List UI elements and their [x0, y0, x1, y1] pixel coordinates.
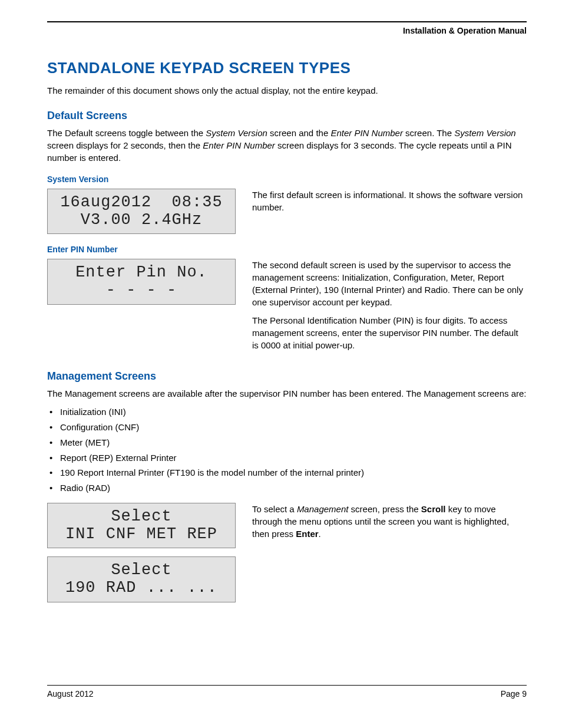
management-select-desc: To select a Management screen, press the…: [252, 503, 527, 540]
default-screens-heading: Default Screens: [47, 110, 527, 122]
management-screens-heading: Management Screens: [47, 370, 527, 383]
lcd-enter-pin: Enter Pin No. - - - -: [47, 259, 236, 304]
intro-paragraph: The remainder of this document shows onl…: [47, 84, 527, 97]
lcd-select-2: Select 190 RAD ... ...: [47, 556, 236, 602]
system-version-heading: System Version: [47, 174, 527, 184]
lcd-line: 190 RAD ... ...: [65, 579, 217, 597]
enter-pin-desc-2: The Personal Identification Number (PIN)…: [252, 314, 527, 351]
enter-pin-desc-1: The second default screen is used by the…: [252, 259, 527, 308]
list-item: Report (REP) External Printer: [60, 452, 527, 465]
page-title: STANDALONE KEYPAD SCREEN TYPES: [47, 59, 527, 77]
default-screens-paragraph: The Default screens toggle between the S…: [47, 127, 527, 164]
list-item: Configuration (CNF): [60, 421, 527, 434]
lcd-line: 16aug2012 08:35: [60, 193, 222, 211]
system-version-desc: The first default screen is informationa…: [252, 189, 527, 213]
list-item: Meter (MET): [60, 436, 527, 449]
management-intro: The Management screens are available aft…: [47, 387, 527, 400]
header-rule: [47, 21, 527, 22]
enter-pin-heading: Enter PIN Number: [47, 245, 527, 254]
lcd-line: INI CNF MET REP: [65, 525, 217, 543]
footer-date: August 2012: [47, 689, 94, 699]
lcd-line: Select: [111, 561, 171, 579]
header-title: Installation & Operation Manual: [47, 26, 527, 35]
management-list: Initialization (INI) Configuration (CNF)…: [47, 406, 527, 495]
page-footer: August 2012 Page 9: [47, 685, 527, 699]
lcd-line: V3.00 2.4GHz: [81, 211, 202, 229]
list-item: 190 Report Internal Printer (FT190 is th…: [60, 466, 527, 479]
lcd-system-version: 16aug2012 08:35 V3.00 2.4GHz: [47, 189, 236, 234]
lcd-line: Select: [111, 508, 171, 525]
lcd-select-1: Select INI CNF MET REP: [47, 503, 236, 548]
footer-page: Page 9: [501, 689, 527, 699]
list-item: Radio (RAD): [60, 482, 527, 495]
lcd-line: - - - -: [106, 281, 177, 299]
list-item: Initialization (INI): [60, 406, 527, 419]
lcd-line: Enter Pin No.: [75, 263, 207, 281]
